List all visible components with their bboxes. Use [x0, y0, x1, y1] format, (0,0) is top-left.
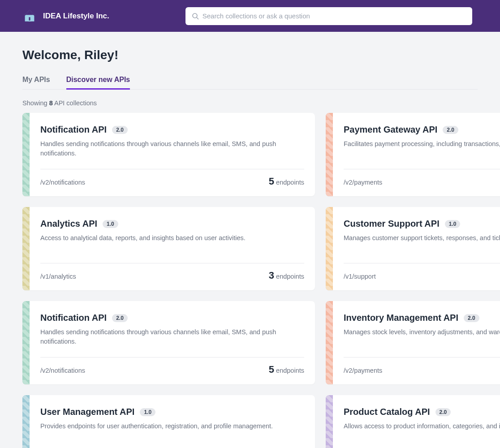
card-stripe [326, 301, 333, 384]
endpoint-count: 5 [269, 364, 274, 375]
card-description: Allows access to product information, ca… [344, 422, 500, 431]
house-icon [22, 9, 37, 23]
version-badge: 2.0 [443, 126, 458, 134]
card-title-row: Notification API2.0 [40, 125, 304, 135]
card-title: Notification API [40, 125, 107, 135]
main-content: Welcome, Riley! My APIs Discover new API… [0, 32, 500, 448]
card-stripe [326, 207, 333, 290]
search-wrap [185, 7, 472, 25]
card-path: /v1/analytics [40, 273, 76, 280]
card-body: Payment Gateway API2.0Facilitates paymen… [333, 113, 500, 196]
card-stripe [22, 207, 30, 290]
version-badge: 2.0 [464, 314, 479, 322]
brand-name: IDEA Lifestyle Inc. [43, 12, 109, 21]
card-body: Inventory Management API2.0Manages stock… [333, 301, 500, 384]
header: IDEA Lifestyle Inc. [0, 0, 500, 32]
svg-point-1 [193, 13, 197, 18]
card-stripe [22, 395, 30, 448]
card-footer: /v2/notifications5endpoints [40, 169, 304, 187]
search-input[interactable] [185, 7, 472, 25]
card-description: Access to analytical data, reports, and … [40, 233, 304, 243]
api-card[interactable]: Notification API2.0Handles sending notif… [22, 301, 315, 384]
page-title: Welcome, Riley! [22, 48, 478, 62]
card-stripe [326, 113, 333, 196]
endpoint-count: 3 [269, 270, 274, 281]
card-description: Handles sending notifications through va… [40, 139, 304, 158]
api-card[interactable]: User Management API1.0Provides endpoints… [22, 395, 315, 448]
api-card[interactable]: Inventory Management API2.0Manages stock… [326, 301, 500, 384]
card-footer: /v2/payments6endpoints [344, 357, 500, 375]
api-card[interactable]: Notification API2.0Handles sending notif… [22, 113, 315, 196]
card-path: /v2/payments [344, 179, 382, 186]
card-stripe [326, 395, 333, 448]
api-card[interactable]: Product Catalog API2.0Allows access to p… [326, 395, 500, 448]
api-card[interactable]: Analytics API1.0Access to analytical dat… [22, 207, 315, 290]
result-count: Showing 8 API collections [22, 99, 478, 107]
endpoint-count: 5 [269, 176, 274, 187]
card-body: Customer Support API1.0Manages customer … [333, 207, 500, 290]
card-footer: /v1/analytics3endpoints [40, 263, 304, 281]
card-footer: /v1/support4endpoints [344, 263, 500, 281]
card-title-row: User Management API1.0 [40, 407, 304, 417]
svg-rect-0 [28, 17, 30, 21]
brand-logo[interactable]: IDEA Lifestyle Inc. [22, 9, 109, 23]
tabs: My APIs Discover new APIs [22, 76, 478, 90]
card-path: /v1/support [344, 273, 376, 280]
version-badge: 1.0 [103, 220, 118, 228]
card-body: User Management API1.0Provides endpoints… [30, 395, 315, 448]
card-body: Notification API2.0Handles sending notif… [30, 113, 315, 196]
card-title-row: Product Catalog API2.0 [344, 407, 500, 417]
card-title-row: Notification API2.0 [40, 313, 304, 323]
count-number: 8 [49, 99, 53, 107]
version-badge: 2.0 [112, 314, 128, 322]
api-card[interactable]: Customer Support API1.0Manages customer … [326, 207, 500, 290]
version-badge: 2.0 [435, 408, 451, 416]
card-title-row: Customer Support API1.0 [344, 219, 500, 229]
card-title-row: Analytics API1.0 [40, 219, 304, 229]
card-endpoints: 5endpoints [269, 176, 304, 187]
card-stripe [22, 301, 30, 384]
card-footer: /v2/payments7endpoints [344, 169, 500, 187]
card-path: /v2/notifications [40, 367, 85, 374]
tab-my-apis[interactable]: My APIs [22, 76, 50, 90]
api-card[interactable]: Payment Gateway API2.0Facilitates paymen… [326, 113, 500, 196]
endpoint-label: endpoints [276, 179, 304, 186]
card-title-row: Inventory Management API2.0 [344, 313, 500, 323]
version-badge: 2.0 [112, 126, 128, 134]
card-stripe [22, 113, 30, 196]
cards-grid: Notification API2.0Handles sending notif… [22, 113, 500, 448]
card-body: Product Catalog API2.0Allows access to p… [333, 395, 500, 448]
card-body: Analytics API1.0Access to analytical dat… [30, 207, 315, 290]
card-title: Product Catalog API [344, 407, 430, 417]
card-title: Analytics API [40, 219, 97, 229]
card-path: /v2/notifications [40, 179, 85, 186]
card-description: Handles sending notifications through va… [40, 327, 304, 346]
card-title-row: Payment Gateway API2.0 [344, 125, 500, 135]
card-title: Customer Support API [344, 219, 440, 229]
card-description: Provides endpoints for user authenticati… [40, 422, 304, 431]
card-path: /v2/payments [344, 367, 382, 374]
search-icon [192, 13, 199, 20]
card-title: Notification API [40, 313, 107, 323]
endpoint-label: endpoints [276, 273, 304, 280]
tab-discover-new-apis[interactable]: Discover new APIs [66, 76, 130, 90]
card-body: Notification API2.0Handles sending notif… [30, 301, 315, 384]
svg-line-2 [197, 17, 198, 19]
card-title: Payment Gateway API [344, 125, 437, 135]
count-prefix: Showing [22, 99, 49, 107]
card-endpoints: 5endpoints [269, 364, 304, 375]
card-footer: /v2/notifications5endpoints [40, 357, 304, 375]
card-description: Facilitates payment processing, includin… [344, 139, 500, 149]
card-endpoints: 3endpoints [269, 270, 304, 281]
card-description: Manages customer support tickets, respon… [344, 233, 500, 243]
count-suffix: API collections [53, 99, 97, 107]
version-badge: 1.0 [140, 408, 155, 416]
card-title: Inventory Management API [344, 313, 458, 323]
endpoint-label: endpoints [276, 367, 304, 374]
version-badge: 1.0 [445, 220, 461, 228]
card-title: User Management API [40, 407, 134, 417]
card-description: Manages stock levels, inventory adjustme… [344, 327, 500, 337]
